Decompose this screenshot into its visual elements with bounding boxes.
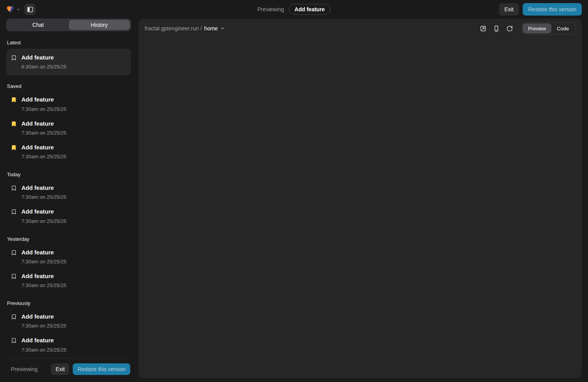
history-item-text: Add feature 7:30am on 25/25/25 [21, 313, 66, 329]
toggle-preview[interactable]: Preview [523, 23, 551, 33]
history-section: Today Add feature 7:30am on 25/25/25 Add… [6, 172, 131, 228]
history-item-text: Add feature 7:30am on 25/25/25 [21, 272, 66, 288]
history-item-text: Add feature 8:30am on 25/25/25 [21, 54, 66, 70]
topbar-center: Previewing Add feature [257, 0, 331, 19]
history-sidebar: Chat History Latest Add feature 8:30am o… [6, 19, 131, 378]
history-item-timestamp: 7:30am on 25/25/25 [21, 323, 66, 329]
tab-chat[interactable]: Chat [7, 20, 69, 30]
section-title: Previously [7, 300, 130, 306]
preview-header-actions: Preview Code [478, 22, 576, 35]
sidebar-toggle-button[interactable] [24, 4, 35, 15]
bookmark-icon [11, 55, 17, 61]
chevron-down-icon [220, 26, 225, 31]
sidebar-footer: Previewing Exit Restore this version [6, 358, 131, 378]
history-item-text: Add feature 7:30am on 25/25/25 [21, 208, 66, 224]
history-item[interactable]: Add feature 7:30am on 25/25/25 [6, 116, 131, 140]
history-item-timestamp: 7:30am on 25/25/25 [21, 194, 66, 200]
sidebar-tab-list: Chat History [6, 19, 131, 31]
restore-version-button[interactable]: Restore this version [523, 3, 582, 16]
previewing-status-label: Previewing [257, 6, 284, 12]
bookmark-icon [11, 209, 17, 215]
version-name-pill: Add feature [289, 4, 331, 15]
history-item-text: Add feature 7:30am on 25/25/25 [21, 249, 66, 265]
history-item-title: Add feature [21, 96, 66, 103]
panel-left-icon [27, 6, 33, 13]
history-item-title: Add feature [21, 184, 66, 192]
history-item[interactable]: Add feature 7:30am on 25/25/25 [6, 180, 131, 204]
history-item[interactable]: Add feature 7:30am on 25/25/25 [6, 333, 131, 357]
history-item[interactable]: Add feature 7:30am on 25/25/25 [6, 204, 131, 228]
section-title: Latest [7, 40, 130, 46]
section-items: Add feature 7:30am on 25/25/25 Add featu… [6, 92, 131, 164]
topbar: Previewing Add feature Exit Restore this… [0, 0, 588, 19]
brand-menu[interactable] [6, 5, 21, 14]
bookmark-icon [11, 338, 17, 343]
footer-exit-button[interactable]: Exit [51, 363, 69, 375]
external-link-icon [480, 25, 486, 32]
bookmark-icon [11, 273, 17, 279]
section-items: Add feature 7:30am on 25/25/25 Add featu… [6, 180, 131, 228]
bookmark-icon [11, 97, 17, 103]
history-item-timestamp: 7:30am on 25/25/25 [21, 130, 66, 136]
history-item-timestamp: 7:30am on 25/25/25 [21, 218, 66, 224]
section-title: Yesterday [7, 236, 130, 242]
topbar-right: Exit Restore this version [499, 3, 582, 16]
history-item-title: Add feature [21, 336, 66, 344]
history-item[interactable]: Add feature 7:30am on 25/25/25 [6, 309, 131, 333]
open-in-new-window-button[interactable] [478, 23, 489, 34]
section-title: Saved [7, 83, 130, 89]
footer-restore-version-button[interactable]: Restore this version [73, 363, 130, 375]
section-items: Add feature 8:30am on 25/25/25 [6, 49, 131, 75]
smartphone-icon [493, 25, 500, 32]
bookmark-icon [11, 145, 17, 151]
refresh-button[interactable] [504, 23, 515, 34]
exit-button[interactable]: Exit [499, 3, 519, 16]
preview-url-page: home [204, 25, 218, 32]
history-item-title: Add feature [21, 208, 66, 216]
mobile-preview-button[interactable] [491, 23, 502, 34]
history-item-title: Add feature [21, 249, 66, 256]
history-item-title: Add feature [21, 272, 66, 280]
history-item[interactable]: Add feature 7:30am on 25/25/25 [6, 269, 131, 293]
topbar-left [6, 4, 35, 15]
preview-url-selector[interactable]: fractal.gptengineer.run / home [145, 25, 225, 32]
history-item-text: Add feature 7:30am on 25/25/25 [21, 144, 66, 159]
history-item[interactable]: Add feature 7:30am on 25/25/25 [6, 245, 131, 269]
history-item[interactable]: Add feature 8:30am on 25/25/25 [6, 49, 131, 75]
history-item[interactable]: Add feature 7:30am on 25/25/25 [6, 140, 131, 164]
bookmark-icon [11, 250, 17, 256]
history-item-text: Add feature 7:30am on 25/25/25 [21, 96, 66, 112]
preview-panel-header: fractal.gptengineer.run / home [138, 19, 582, 38]
history-section: Saved Add feature 7:30am on 25/25/25 Add… [6, 83, 131, 164]
section-title: Today [7, 172, 130, 177]
section-items: Add feature 7:30am on 25/25/25 Add featu… [6, 309, 131, 357]
view-toggle: Preview Code [522, 22, 576, 35]
tab-history[interactable]: History [69, 20, 130, 30]
history-list: Latest Add feature 8:30am on 25/25/25 Sa… [6, 31, 131, 358]
content-area: Chat History Latest Add feature 8:30am o… [6, 19, 582, 378]
lovable-heart-logo-icon [6, 5, 15, 14]
history-item-timestamp: 8:30am on 25/25/25 [21, 64, 66, 70]
history-section: Latest Add feature 8:30am on 25/25/25 [6, 40, 131, 75]
history-item-timestamp: 7:30am on 25/25/25 [21, 259, 66, 265]
bookmark-icon [11, 185, 17, 191]
history-item-timestamp: 7:30am on 25/25/25 [21, 347, 66, 353]
history-item-title: Add feature [21, 54, 66, 61]
preview-content [138, 38, 582, 378]
bookmark-icon [11, 121, 17, 127]
history-item-timestamp: 7:30am on 25/25/25 [21, 282, 66, 288]
history-item[interactable]: Add feature 7:30am on 25/25/25 [6, 92, 131, 116]
history-item-title: Add feature [21, 313, 66, 321]
history-section: Yesterday Add feature 7:30am on 25/25/25… [6, 236, 131, 293]
history-section: Previously Add feature 7:30am on 25/25/2… [6, 300, 131, 357]
footer-previewing-label: Previewing [11, 366, 37, 372]
preview-url-prefix: fractal.gptengineer.run / [145, 25, 202, 32]
toggle-code[interactable]: Code [551, 23, 574, 33]
history-item-timestamp: 7:30am on 25/25/25 [21, 106, 66, 112]
history-item-timestamp: 7:30am on 25/25/25 [21, 154, 66, 159]
history-item-text: Add feature 7:30am on 25/25/25 [21, 336, 66, 352]
bookmark-icon [11, 314, 17, 320]
history-item-title: Add feature [21, 120, 66, 128]
history-item-title: Add feature [21, 144, 66, 151]
history-item-text: Add feature 7:30am on 25/25/25 [21, 184, 66, 200]
